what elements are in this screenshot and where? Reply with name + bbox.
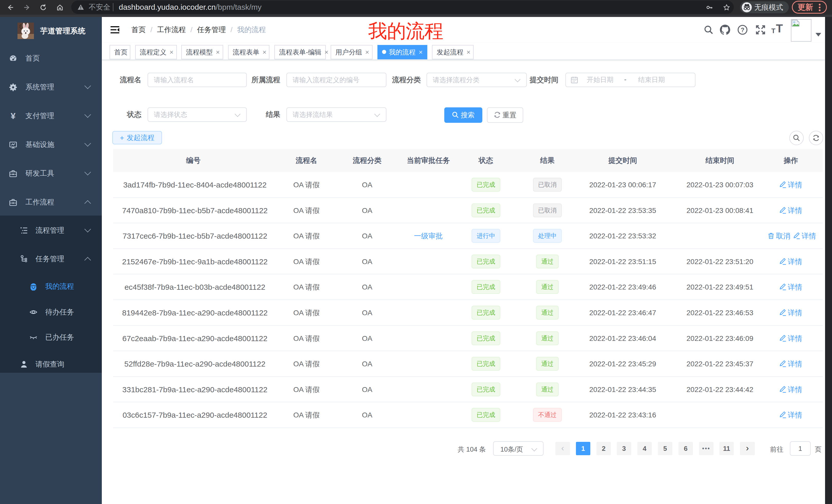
svg-text:?: ? <box>741 27 744 33</box>
